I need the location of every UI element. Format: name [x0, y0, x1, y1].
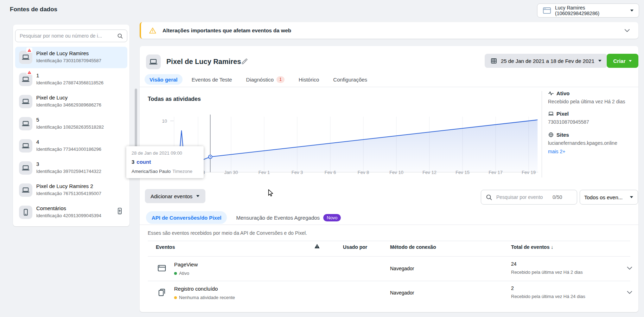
last-received: Recebido pela última vez Há 24 dias — [511, 294, 585, 299]
column-header-metodo-conexao[interactable]: Método de conexão — [390, 244, 436, 250]
date-range-label: 25 de Jan de 2021 a 18 de Fev de 2021 — [501, 58, 594, 64]
x-tick-label: Fev 12 — [417, 170, 442, 175]
chevron-down-icon[interactable] — [624, 29, 630, 32]
divider — [140, 87, 638, 87]
sidebar-item-3[interactable]: 3 Identificação 397025941744322 — [13, 157, 129, 179]
source-id: Identificação 397025941744322 — [36, 169, 101, 174]
event-search[interactable]: 0/50 — [481, 190, 577, 205]
tab-label: Visão geral — [149, 77, 178, 83]
chevron-down-icon[interactable] — [630, 9, 634, 12]
tab-eventos-de-teste[interactable]: Eventos de Teste — [187, 74, 237, 85]
pages-icon — [157, 288, 166, 297]
sidebar-item-comentarios[interactable]: Comentários Identificação 42091309904539… — [13, 201, 129, 224]
pixel-tabs: Visão geral Eventos de Teste Diagnóstico… — [145, 73, 372, 85]
sort-desc-icon[interactable]: ↓ — [551, 244, 553, 250]
tooltip-value: 3count — [132, 159, 198, 165]
sidebar-item-pixel-de-lucy-ramires-2[interactable]: Pixel de Lucy Ramires 2 Identificação 76… — [13, 179, 129, 201]
tooltip-series[interactable]: count — [136, 159, 151, 165]
column-header-eventos[interactable]: Eventos — [156, 244, 175, 250]
table-row-pageview[interactable]: PageView Ativo Navegador 24 Recebido pel… — [140, 257, 638, 281]
source-name: Comentários — [36, 205, 66, 211]
search-icon[interactable] — [117, 33, 123, 39]
tab-label: Histórico — [299, 77, 319, 83]
device-install-icon — [116, 207, 123, 215]
pixel-block-label: Pixel — [548, 111, 569, 117]
add-events-button[interactable]: Adicionar eventos — [145, 189, 205, 203]
laptop-icon — [548, 111, 554, 117]
pill-api-conversoes-pixel[interactable]: API de Conversões/do Pixel — [146, 211, 227, 224]
date-range-selector[interactable]: 25 de Jan de 2021 a 18 de Fev de 2021 — [485, 54, 607, 68]
site-url: lucianefernandes.kpages.online — [548, 140, 617, 146]
event-search-input[interactable] — [496, 194, 550, 200]
source-name: Pixel de Lucy Ramires — [36, 50, 89, 56]
alert-triangle-icon — [26, 70, 32, 75]
globe-icon — [548, 132, 554, 138]
x-tick-label: Fev 19 — [516, 170, 541, 175]
source-id: Identificação 767513054195007 — [36, 191, 101, 196]
x-tick-label: Jan 30 — [219, 170, 243, 175]
column-header-usado-por[interactable]: Usado por — [343, 244, 367, 250]
divider — [148, 241, 630, 241]
laptop-icon — [19, 183, 32, 197]
sidebar-search-input[interactable] — [19, 33, 117, 39]
mouse-cursor — [267, 189, 274, 197]
browser-window-icon — [157, 264, 166, 273]
event-name[interactable]: PageView — [174, 261, 198, 267]
create-button[interactable]: Criar — [607, 54, 638, 68]
connection-method: Navegador — [390, 290, 414, 296]
tab-diagnostico[interactable]: Diagnóstico 1 — [241, 74, 289, 85]
event-name[interactable]: Registro concluído — [174, 286, 218, 292]
pill-mensuracao-eventos-agregados[interactable]: Mensuração de Eventos Agregados Novo — [230, 211, 346, 224]
x-tick-label: Fev 10 — [384, 170, 409, 175]
chart-tooltip: 28 de Jan de 2021 09:00 3count America/S… — [126, 146, 204, 178]
expand-chevron-icon[interactable] — [627, 266, 632, 270]
total-events: 24 — [511, 261, 517, 267]
source-id: Identificação 730310870945587 — [36, 58, 101, 63]
expand-chevron-icon[interactable] — [627, 291, 632, 294]
source-name: 3 — [36, 161, 39, 167]
x-tick-label: Fev 3 — [285, 170, 310, 175]
tab-configuracoes[interactable]: Configurações — [328, 74, 372, 85]
x-tick-label: Fev 17 — [483, 170, 508, 175]
page-title: Fontes de dados — [10, 6, 57, 13]
tab-visao-geral[interactable]: Visão geral — [145, 74, 183, 85]
web-events-warning-banner[interactable]: Alterações importantes que afetam evento… — [140, 22, 638, 39]
sites-label-text: Sites — [556, 132, 569, 138]
edit-pencil-icon[interactable] — [241, 58, 248, 65]
diagnostico-count-badge: 1 — [276, 76, 285, 83]
sites-block-label: Sites — [548, 132, 569, 138]
divider — [140, 225, 638, 225]
tab-label: Eventos de Teste — [192, 77, 232, 83]
status-text: Nenhuma atividade recente — [179, 295, 235, 300]
sidebar-item-pixel-de-lucy[interactable]: Pixel de Lucy Identificação 346629389686… — [13, 91, 129, 113]
sidebar-item-1[interactable]: 1 Identificação 2788743568118526 — [13, 69, 129, 91]
pixel-detail-card: Pixel de Lucy Ramires 25 de Jan de 2021 … — [140, 46, 638, 312]
warning-column-icon[interactable] — [314, 243, 320, 249]
total-header-label: Total de eventos — [511, 244, 549, 250]
sidebar-item-pixel-de-lucy-ramires[interactable]: Pixel de Lucy Ramires Identificação 7303… — [13, 46, 129, 69]
event-type-filter[interactable]: Todos os even... — [580, 190, 638, 205]
sidebar-item-5[interactable]: 5 Identificação 1082582635518282 — [13, 113, 129, 135]
source-name: 1 — [36, 72, 39, 78]
pixel-title: Pixel de Lucy Ramires — [166, 58, 241, 66]
data-sources-panel: Pixel de Lucy Ramires Identificação 7303… — [13, 25, 129, 226]
column-header-total-eventos[interactable]: Total de eventos ↓ — [511, 244, 553, 250]
pulse-icon — [548, 90, 554, 96]
account-switcher[interactable]: Lucy Ramires (106092984298286) — [537, 4, 639, 18]
more-sites-link[interactable]: mais 2+ — [548, 149, 565, 154]
account-label: Lucy Ramires (106092984298286) — [555, 5, 626, 16]
page: { "page": { "title": "Fontes de dados" }… — [0, 0, 644, 317]
tooltip-date: 28 de Jan de 2021 09:00 — [132, 150, 198, 156]
source-id: Identificação 1082582635518282 — [36, 124, 104, 130]
sidebar-scrollbar[interactable] — [135, 89, 137, 155]
tab-historico[interactable]: Histórico — [294, 74, 324, 85]
char-counter: 0/50 — [553, 194, 562, 200]
sidebar-search[interactable] — [15, 30, 127, 42]
sidebar-item-4[interactable]: 4 Identificação 773441000186296 — [13, 135, 129, 157]
activity-chart — [155, 105, 542, 177]
event-status: Nenhuma atividade recente — [174, 295, 235, 300]
tooltip-timezone: America/Sao PauloTimezone — [132, 169, 198, 174]
divider — [542, 91, 542, 177]
browser-window-icon — [542, 6, 551, 15]
table-row-registro-concluido[interactable]: Registro concluído Nenhuma atividade rec… — [140, 281, 638, 305]
